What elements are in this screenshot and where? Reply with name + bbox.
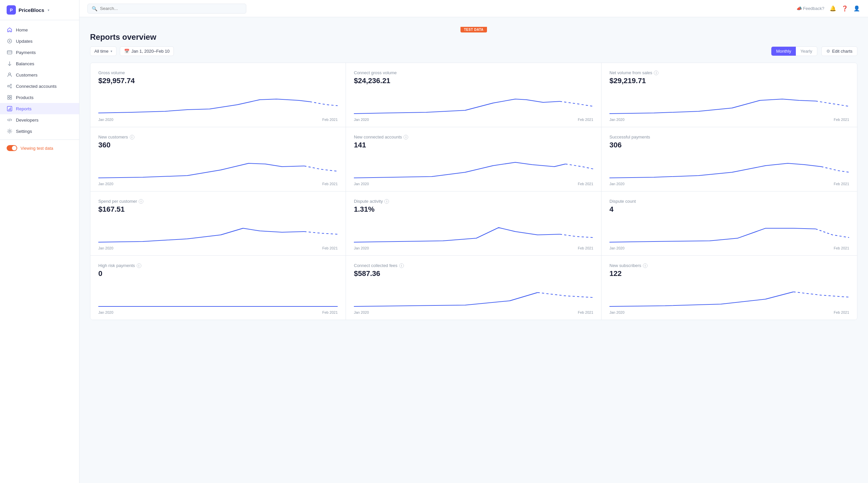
chart-graph-high-risk-payments xyxy=(98,283,338,309)
chart-dates-connect-gross-volume: Jan 2020 Feb 2021 xyxy=(354,118,593,121)
page-header: Reports overview All time ▾ 📅 Jan 1, 202… xyxy=(90,32,858,56)
chart-graph-gross-volume xyxy=(98,90,338,116)
logo-text: PriceBlocs xyxy=(19,7,44,13)
help-icon[interactable]: ❓ xyxy=(841,5,848,11)
chart-dates-net-volume-from-sales: Jan 2020 Feb 2021 xyxy=(610,118,849,121)
chart-graph-new-subscribers xyxy=(610,283,849,309)
search-box[interactable]: 🔍 xyxy=(87,4,246,13)
filter-label: All time xyxy=(94,49,108,54)
topbar-right: 📣 Feedback? 🔔 ❓ 👤 xyxy=(797,5,860,11)
sidebar-item-settings[interactable]: Settings xyxy=(0,125,79,137)
chart-card-spend-per-customer[interactable]: Spend per customer i $167.51 Jan 2020 Fe… xyxy=(90,192,346,256)
chart-label-new-subscribers: New subscribers i xyxy=(610,263,849,268)
chart-card-successful-payments[interactable]: Successful payments 306 Jan 2020 Feb 202… xyxy=(601,127,857,192)
chart-card-dispute-count[interactable]: Dispute count 4 Jan 2020 Feb 2021 xyxy=(601,192,857,256)
chart-card-connect-gross-volume[interactable]: Connect gross volume $24,236.21 Jan 2020… xyxy=(346,63,601,127)
chart-value-successful-payments: 306 xyxy=(610,141,849,149)
chart-card-connect-collected-fees[interactable]: Connect collected fees i $587.36 Jan 202… xyxy=(346,256,601,320)
products-icon xyxy=(7,94,12,101)
chart-dates-dispute-count: Jan 2020 Feb 2021 xyxy=(610,246,849,250)
chart-label-net-volume-from-sales: Net volume from sales i xyxy=(610,70,849,75)
nav-divider xyxy=(0,139,79,140)
chart-value-dispute-activity: 1.31% xyxy=(354,205,593,214)
date-range-button[interactable]: 📅 Jan 1, 2020–Feb 10 xyxy=(120,47,174,56)
sidebar-item-connected-accounts[interactable]: Connected accounts xyxy=(0,81,79,92)
chart-dates-spend-per-customer: Jan 2020 Feb 2021 xyxy=(98,246,338,250)
chart-label-gross-volume: Gross volume xyxy=(98,70,338,75)
logo-chevron-icon: ▾ xyxy=(48,8,49,12)
chart-value-connect-gross-volume: $24,236.21 xyxy=(354,77,593,85)
sidebar-item-home[interactable]: Home xyxy=(0,24,79,35)
date-range-label: Jan 1, 2020–Feb 10 xyxy=(131,49,170,54)
time-filter-button[interactable]: All time ▾ xyxy=(90,47,117,56)
sidebar-item-label: Updates xyxy=(16,39,32,44)
chart-card-new-connected-accounts[interactable]: New connected accounts i 141 Jan 2020 Fe… xyxy=(346,127,601,192)
chart-card-dispute-activity[interactable]: Dispute activity i 1.31% Jan 2020 Feb 20… xyxy=(346,192,601,256)
search-input[interactable] xyxy=(100,6,242,11)
home-icon xyxy=(7,27,12,33)
svg-point-19 xyxy=(9,131,10,132)
sidebar-item-products[interactable]: Products xyxy=(0,92,79,103)
info-icon-dispute-activity[interactable]: i xyxy=(384,199,389,204)
yearly-period-button[interactable]: Yearly xyxy=(796,47,817,56)
topbar: 🔍 📣 Feedback? 🔔 ❓ 👤 xyxy=(80,0,868,17)
sidebar-item-customers[interactable]: Customers xyxy=(0,69,79,81)
svg-rect-13 xyxy=(10,98,11,100)
chart-label-high-risk-payments: High risk payments i xyxy=(98,263,338,268)
chart-dates-connect-collected-fees: Jan 2020 Feb 2021 xyxy=(354,310,593,314)
chart-dates-dispute-activity: Jan 2020 Feb 2021 xyxy=(354,246,593,250)
payments-icon xyxy=(7,49,12,55)
sidebar-item-label: Balances xyxy=(16,61,34,66)
sidebar-item-payments[interactable]: Payments xyxy=(0,47,79,58)
info-icon-new-connected-accounts[interactable]: i xyxy=(404,135,408,139)
sidebar-item-label: Connected accounts xyxy=(16,84,57,89)
info-icon-high-risk-payments[interactable]: i xyxy=(137,263,142,268)
info-icon-new-customers[interactable]: i xyxy=(130,135,134,139)
sidebar-item-label: Home xyxy=(16,28,28,32)
info-icon-new-subscribers[interactable]: i xyxy=(643,263,648,268)
user-avatar[interactable]: 👤 xyxy=(854,5,860,11)
sidebar-item-updates[interactable]: Updates xyxy=(0,35,79,47)
chart-graph-spend-per-customer xyxy=(98,218,338,245)
feedback-icon: 📣 xyxy=(797,6,802,11)
svg-line-8 xyxy=(9,85,10,86)
chart-card-new-customers[interactable]: New customers i 360 Jan 2020 Feb 2021 xyxy=(90,127,346,192)
reports-icon xyxy=(7,106,12,112)
monthly-period-button[interactable]: Monthly xyxy=(771,47,796,56)
svg-rect-11 xyxy=(10,95,11,97)
chart-label-new-customers: New customers i xyxy=(98,135,338,139)
edit-charts-button[interactable]: ⚙ Edit charts xyxy=(821,47,858,56)
feedback-link[interactable]: 📣 Feedback? xyxy=(797,6,824,11)
sidebar-logo[interactable]: P PriceBlocs ▾ xyxy=(0,0,79,20)
chart-label-dispute-count: Dispute count xyxy=(610,199,849,204)
sidebar-item-reports[interactable]: Reports xyxy=(0,103,79,114)
logo-icon: P xyxy=(7,5,16,15)
sidebar-item-label: Reports xyxy=(16,106,31,111)
chart-card-new-subscribers[interactable]: New subscribers i 122 Jan 2020 Feb 2021 xyxy=(601,256,857,320)
calendar-icon: 📅 xyxy=(124,49,129,54)
updates-icon xyxy=(7,38,12,44)
chart-dates-gross-volume: Jan 2020 Feb 2021 xyxy=(98,118,338,121)
chart-card-net-volume-from-sales[interactable]: Net volume from sales i $29,219.71 Jan 2… xyxy=(601,63,857,127)
chart-value-new-customers: 360 xyxy=(98,141,338,149)
connected-accounts-icon xyxy=(7,83,12,89)
chart-card-high-risk-payments[interactable]: High risk payments i 0 Jan 2020 Feb 2021 xyxy=(90,256,346,320)
sidebar-item-balances[interactable]: Balances xyxy=(0,58,79,69)
developers-icon xyxy=(7,117,12,123)
chart-card-gross-volume[interactable]: Gross volume $29,957.74 Jan 2020 Feb 202… xyxy=(90,63,346,127)
notifications-icon[interactable]: 🔔 xyxy=(830,5,836,11)
info-icon-spend-per-customer[interactable]: i xyxy=(139,199,143,204)
chart-label-connect-collected-fees: Connect collected fees i xyxy=(354,263,593,268)
svg-rect-10 xyxy=(8,95,9,97)
info-icon-net-volume-from-sales[interactable]: i xyxy=(654,70,658,75)
chart-dates-successful-payments: Jan 2020 Feb 2021 xyxy=(610,182,849,186)
test-data-label: Viewing test data xyxy=(21,146,53,151)
chart-graph-successful-payments xyxy=(610,154,849,180)
info-icon-connect-collected-fees[interactable]: i xyxy=(399,263,404,268)
chart-dates-new-customers: Jan 2020 Feb 2021 xyxy=(98,182,338,186)
test-data-toggle-item[interactable]: Viewing test data xyxy=(0,142,79,154)
sidebar-item-developers[interactable]: Developers xyxy=(0,114,79,125)
chart-dates-high-risk-payments: Jan 2020 Feb 2021 xyxy=(98,310,338,314)
test-data-toggle[interactable] xyxy=(7,145,17,151)
chart-graph-connect-gross-volume xyxy=(354,90,593,116)
